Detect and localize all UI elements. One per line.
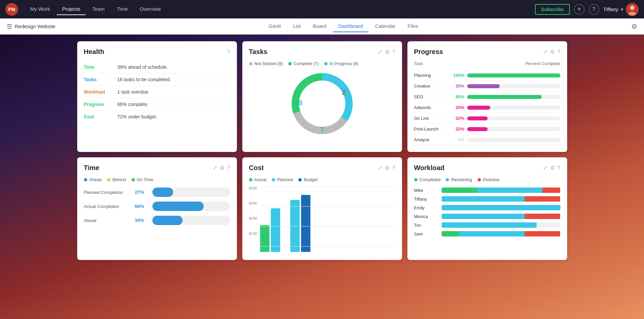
avatar-image — [626, 3, 639, 16]
workload-label-remaining: Remaining — [451, 177, 472, 182]
user-name: Tiffany — [603, 6, 618, 12]
time-help-icon[interactable]: ? — [227, 165, 230, 171]
time-row-label: Planned Completion — [84, 190, 131, 195]
workload-settings-icon[interactable]: ⚙ — [550, 165, 555, 171]
legend-dot-in-progress — [324, 62, 328, 65]
time-bar-bg — [152, 216, 230, 225]
legend-in-progress: In Progress (8) — [324, 61, 358, 66]
workload-legend: Completed Remaining Overdue — [414, 177, 560, 182]
tasks-actions: ⤢ ⚙ ? — [378, 49, 395, 55]
time-settings-icon[interactable]: ⚙ — [220, 165, 225, 171]
workload-expand-icon[interactable]: ⤢ — [543, 165, 547, 171]
svg-text:8: 8 — [298, 99, 302, 107]
cost-legend: Actual Planned Budget — [249, 177, 395, 182]
nav-item-mywork[interactable]: My Work — [25, 3, 55, 15]
cost-y-25k: $25K — [249, 216, 258, 220]
cost-settings-icon[interactable]: ⚙ — [385, 165, 390, 171]
svg-text:7: 7 — [320, 125, 324, 134]
workload-row-mike: Mike — [414, 188, 560, 193]
progress-pct-value: 25% — [448, 105, 464, 110]
tab-list[interactable]: List — [288, 20, 306, 32]
legend-dot-not-started — [249, 62, 252, 65]
health-title: Health — [84, 48, 104, 56]
avatar[interactable] — [626, 3, 639, 16]
settings-icon[interactable]: ⚙ — [631, 22, 637, 31]
nav-item-time[interactable]: Time — [111, 3, 133, 15]
progress-bar-wrap — [467, 116, 560, 120]
progress-row-go live: Go Live 22% — [414, 113, 560, 124]
workload-person-name: Monica — [414, 214, 438, 219]
cost-expand-icon[interactable]: ⤢ — [378, 165, 382, 171]
tab-calendar[interactable]: Calendar — [370, 20, 401, 32]
tasks-expand-icon[interactable]: ⤢ — [378, 49, 382, 55]
progress-actions: ⤢ ⚙ ? — [543, 49, 560, 55]
tab-files[interactable]: Files — [402, 20, 424, 32]
main-nav: My Work Projects Team Time Overview — [25, 3, 535, 15]
nav-item-projects[interactable]: Projects — [57, 3, 86, 15]
cost-y-50k: $50K — [249, 186, 258, 190]
health-value-workload: 1 task overdue. — [117, 89, 150, 95]
health-label-tasks: Tasks — [84, 77, 117, 82]
time-expand-icon[interactable]: ⤢ — [213, 165, 217, 171]
cost-dot-budget — [298, 178, 302, 181]
time-legend-ahead: Ahead — [84, 177, 102, 182]
progress-task-name: Post-Launch — [414, 126, 448, 131]
tasks-settings-icon[interactable]: ⚙ — [385, 49, 390, 55]
progress-bar-wrap — [467, 127, 560, 131]
workload-seg-remaining — [442, 205, 560, 210]
health-value-progress: 66% complete. — [117, 102, 149, 107]
progress-bar-fill — [467, 73, 560, 77]
tab-dashboard[interactable]: Dashboard — [333, 20, 368, 32]
time-label-behind: Behind — [112, 177, 126, 182]
progress-expand-icon[interactable]: ⤢ — [543, 49, 547, 55]
nav-right: Subscribe + ? Tiffany ▾ — [535, 3, 639, 16]
subscribe-button[interactable]: Subscribe — [535, 4, 570, 15]
dashboard-grid: Health ? Time 39% ahead of schedule. Tas… — [70, 35, 574, 267]
progress-col-task: Task — [414, 61, 423, 66]
health-card-header: Health ? — [84, 48, 230, 56]
cost-bar-budget-2 — [301, 195, 310, 252]
help-button[interactable]: ? — [589, 4, 599, 15]
cost-help-icon[interactable]: ? — [392, 165, 395, 171]
cost-grid-line — [260, 226, 395, 226]
sub-navigation: ☰ Redesign Website Gantt List Board Dash… — [0, 18, 644, 35]
nav-item-overview[interactable]: Overview — [135, 3, 166, 15]
tab-gantt[interactable]: Gantt — [263, 20, 286, 32]
time-bar-fill — [152, 188, 174, 197]
progress-help-icon[interactable]: ? — [557, 49, 560, 55]
cost-legend-budget: Budget — [298, 177, 317, 182]
health-help-icon[interactable]: ? — [227, 49, 230, 55]
health-table: Time 39% ahead of schedule. Tasks 16 tas… — [84, 61, 230, 123]
progress-row-seo: SEO 80% — [414, 92, 560, 102]
progress-task-name: Analyze — [414, 137, 448, 142]
progress-bar-fill — [467, 106, 491, 110]
cost-bar-group-1 — [260, 208, 280, 252]
progress-card-header: Progress ⤢ ⚙ ? — [414, 48, 560, 56]
cost-label-planned: Planned — [277, 177, 293, 182]
workload-dot-overdue — [478, 178, 481, 181]
add-button[interactable]: + — [574, 4, 585, 15]
time-label-ontime: On Time — [137, 177, 153, 182]
progress-columns-header: Task Percent Complete — [414, 61, 560, 66]
tasks-help-icon[interactable]: ? — [392, 49, 395, 55]
nav-item-team[interactable]: Team — [87, 3, 110, 15]
health-label-progress: Progress — [84, 102, 117, 107]
legend-label-not-started: Not Started (8) — [254, 61, 283, 66]
progress-task-name: Planning — [414, 73, 448, 78]
progress-bar-fill — [467, 84, 500, 88]
user-menu[interactable]: Tiffany ▾ — [603, 3, 639, 16]
workload-person-name: Tiffany — [414, 197, 438, 202]
logo[interactable]: PM — [5, 3, 18, 16]
time-row-1: Actual Completion 66% — [84, 202, 230, 211]
tab-board[interactable]: Board — [307, 20, 332, 32]
workload-label-overdue: Overdue — [483, 177, 500, 182]
workload-help-icon[interactable]: ? — [557, 165, 560, 171]
hamburger-icon[interactable]: ☰ — [7, 23, 12, 30]
project-title-area: ☰ Redesign Website — [7, 23, 55, 30]
workload-seg-completed — [442, 188, 477, 193]
cost-card-header: Cost ⤢ ⚙ ? — [249, 164, 395, 172]
progress-task-name: SEO — [414, 94, 448, 99]
cost-legend-actual: Actual — [249, 177, 266, 182]
cost-dot-planned — [272, 178, 275, 181]
progress-settings-icon[interactable]: ⚙ — [550, 49, 555, 55]
